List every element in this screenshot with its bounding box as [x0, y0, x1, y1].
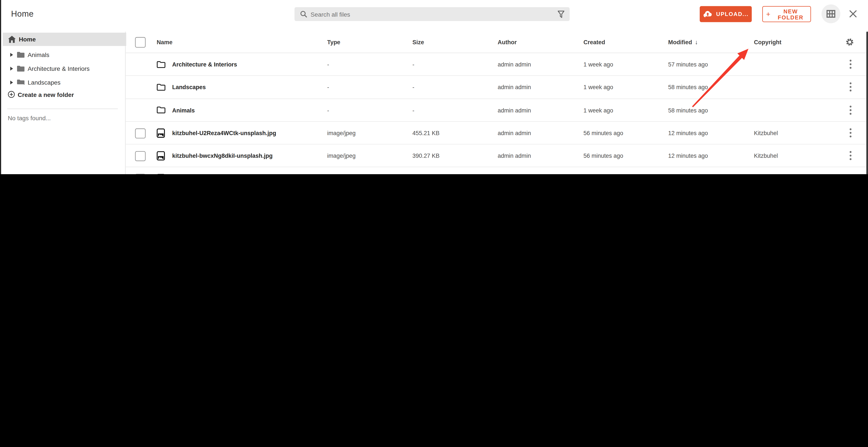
- file-manager-window: Home UPLOAD... + NEW FOLDER: [0, 0, 868, 174]
- file-created: 1 week ago: [584, 99, 613, 121]
- sidebar-item-animals[interactable]: Animals: [0, 48, 131, 62]
- column-settings-button[interactable]: [845, 37, 855, 47]
- chevron-right-icon[interactable]: [10, 66, 14, 71]
- upload-button[interactable]: UPLOAD...: [700, 6, 752, 22]
- row-checkbox[interactable]: [135, 151, 145, 161]
- file-author: admin admin: [498, 168, 531, 174]
- folder-icon: [157, 76, 165, 98]
- filter-icon[interactable]: [557, 10, 564, 18]
- grid-view-button[interactable]: [822, 4, 840, 23]
- kebab-icon: [849, 105, 852, 115]
- close-button[interactable]: [846, 7, 860, 21]
- table-row[interactable]: kitzbuhel-U2Reza4WCtk-unsplash.jpgimage/…: [125, 122, 868, 145]
- column-header-size[interactable]: Size: [412, 31, 424, 53]
- file-name: Architecture & Interiors: [172, 53, 237, 75]
- file-table: Name Type Size Author Created Modified ↓…: [125, 31, 868, 174]
- chevron-right-icon[interactable]: [10, 80, 14, 85]
- folder-sidebar: Home Animals Architecture & Interiors La…: [0, 31, 126, 174]
- sidebar-item-label: Architecture & Interiors: [28, 65, 90, 72]
- new-folder-button-label: NEW FOLDER: [774, 8, 807, 20]
- sidebar-item-label: Animals: [28, 52, 49, 58]
- chevron-right-icon[interactable]: [10, 52, 14, 57]
- file-modified: 12 minutes ago: [668, 168, 708, 174]
- search-icon: [300, 10, 307, 18]
- file-name: kitzbuhel-U2Reza4WCtk-unsplash.jpg: [172, 122, 276, 144]
- close-icon: [849, 10, 857, 18]
- column-header-created[interactable]: Created: [584, 31, 605, 53]
- row-menu-button[interactable]: [844, 145, 856, 167]
- file-created: 1 week ago: [584, 53, 613, 75]
- file-size: 390.27 KB: [412, 145, 440, 167]
- file-size: -: [412, 99, 414, 121]
- column-header-type[interactable]: Type: [327, 31, 340, 53]
- no-tags-text: No tags found...: [8, 115, 51, 121]
- image-file-icon: [157, 168, 165, 174]
- file-name: Animals: [172, 99, 195, 121]
- gear-icon: [845, 37, 855, 47]
- file-modified: 57 minutes ago: [668, 53, 708, 75]
- file-created: 56 minutes ago: [584, 168, 623, 174]
- file-type: image/jpeg: [327, 145, 356, 167]
- row-menu-button[interactable]: [844, 122, 856, 144]
- column-header-name[interactable]: Name: [157, 31, 173, 53]
- select-all-checkbox[interactable]: [135, 37, 146, 48]
- home-icon: [8, 35, 16, 43]
- folder-icon: [157, 99, 165, 121]
- image-file-icon: [157, 122, 165, 144]
- file-copyright: Kitzbuhel: [754, 145, 778, 167]
- create-new-folder-button[interactable]: Create a new folder: [0, 87, 129, 101]
- row-menu-button[interactable]: [844, 168, 856, 174]
- file-created: 56 minutes ago: [584, 122, 623, 144]
- new-folder-button[interactable]: + NEW FOLDER: [762, 6, 811, 22]
- table-row[interactable]: Architecture & Interiors--admin admin1 w…: [125, 53, 868, 76]
- kebab-icon: [849, 151, 852, 161]
- file-copyright: Hennie Stander: [754, 168, 795, 174]
- file-name: Landscapes: [172, 76, 206, 98]
- column-header-copyright[interactable]: Copyright: [754, 31, 781, 53]
- file-type: -: [327, 53, 329, 75]
- file-size: -: [412, 76, 414, 98]
- file-size: 455.21 KB: [412, 122, 440, 144]
- row-menu-button[interactable]: [844, 99, 856, 121]
- grid-view-icon: [827, 10, 835, 18]
- file-author: admin admin: [498, 53, 531, 75]
- folder-icon: [17, 52, 25, 58]
- upload-button-label: UPLOAD...: [716, 11, 748, 17]
- column-header-modified[interactable]: Modified ↓: [668, 31, 698, 53]
- search-bar[interactable]: [294, 7, 570, 21]
- table-row[interactable]: Animals--admin admin1 week ago58 minutes…: [125, 99, 868, 122]
- page-title: Home: [11, 9, 34, 18]
- row-menu-button[interactable]: [844, 76, 856, 98]
- sidebar-item-label: Landscapes: [28, 79, 60, 86]
- table-header: Name Type Size Author Created Modified ↓…: [125, 31, 868, 53]
- file-author: admin admin: [498, 145, 531, 167]
- table-row[interactable]: hennie-stander-BtHtZsGvdD0-unsplash.jpgi…: [125, 168, 868, 174]
- sidebar-item-home[interactable]: Home: [3, 33, 126, 46]
- file-copyright: Kitzbuhel: [754, 122, 778, 144]
- table-row[interactable]: Landscapes--admin admin1 week ago58 minu…: [125, 76, 868, 99]
- sidebar-item-architecture-interiors[interactable]: Architecture & Interiors: [0, 62, 131, 76]
- file-type: image/jpeg: [327, 122, 356, 144]
- create-new-folder-label: Create a new folder: [18, 91, 74, 98]
- vertical-scrollbar[interactable]: [866, 31, 868, 174]
- folder-icon: [17, 79, 25, 86]
- plus-icon: +: [766, 10, 771, 18]
- sort-descending-icon[interactable]: ↓: [695, 39, 698, 46]
- circle-plus-icon: [8, 91, 15, 98]
- file-created: 56 minutes ago: [584, 145, 623, 167]
- table-row[interactable]: kitzbuhel-bwcxNg8dkiI-unsplash.jpgimage/…: [125, 145, 868, 168]
- topbar: Home UPLOAD... + NEW FOLDER: [0, 0, 868, 31]
- sidebar-divider: [7, 109, 118, 109]
- row-checkbox[interactable]: [135, 128, 145, 138]
- row-checkbox[interactable]: [135, 174, 145, 174]
- table-rows: Architecture & Interiors--admin admin1 w…: [125, 53, 868, 174]
- column-header-author[interactable]: Author: [498, 31, 517, 53]
- file-modified: 58 minutes ago: [668, 99, 708, 121]
- cloud-upload-icon: [703, 10, 712, 18]
- file-type: -: [327, 76, 329, 98]
- row-menu-button[interactable]: [844, 53, 856, 75]
- kebab-icon: [849, 82, 852, 92]
- kebab-icon: [849, 174, 852, 174]
- file-author: admin admin: [498, 122, 531, 144]
- search-input[interactable]: [307, 11, 557, 18]
